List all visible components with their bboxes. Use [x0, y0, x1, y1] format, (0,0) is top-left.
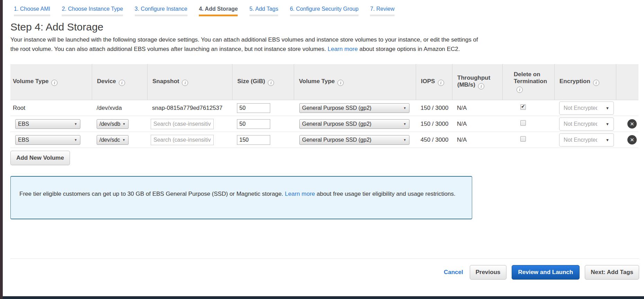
info-icon[interactable]: i [119, 80, 125, 86]
select-caret-icon: ▼ [74, 122, 77, 126]
tab-add-tags[interactable]: 5. Add Tags [246, 6, 282, 16]
intro-text-after: about storage options in Amazon EC2. [359, 46, 460, 52]
info-icon[interactable]: i [182, 80, 188, 86]
chevron-down-icon: ▼ [606, 122, 609, 126]
tab-configure-security-group[interactable]: 6. Configure Security Group [286, 6, 362, 16]
column-header-volume-type-2: Volume Typei [294, 64, 416, 100]
volume-type-select[interactable]: General Purpose SSD (gp2)▼ [299, 135, 409, 145]
throughput-cell: N/A [452, 137, 502, 143]
review-and-launch-button[interactable]: Review and Launch [512, 265, 580, 280]
tab-underline [370, 15, 394, 16]
select-caret-icon: ▼ [403, 106, 406, 110]
chevron-down-icon: ▼ [606, 106, 609, 110]
tab-underline [290, 15, 359, 16]
select-caret-icon: ▼ [403, 122, 406, 126]
volume-type-select[interactable]: EBS▼ [15, 119, 80, 129]
tab-choose-ami[interactable]: 1. Choose AMI [10, 6, 54, 16]
wizard-step-tabs: 1. Choose AMI 2. Choose Instance Type 3.… [10, 0, 639, 16]
encryption-select[interactable]: Not Encrypted▼ [559, 133, 614, 147]
info-icon[interactable]: i [337, 80, 344, 86]
iops-cell: 150 / 3000 [416, 105, 452, 112]
cancel-link[interactable]: Cancel [444, 269, 463, 276]
column-header-volume-type: Volume Typei [10, 64, 92, 100]
select-caret-icon: ▼ [403, 138, 406, 142]
page-title: Step 4: Add Storage [10, 21, 639, 33]
info-icon[interactable]: i [593, 80, 599, 86]
free-tier-notice: Free tier eligible customers can get up … [10, 176, 472, 219]
column-header-delete-on-termination: Delete on Termination i [502, 64, 554, 100]
column-header-device: Devicei [92, 64, 147, 100]
column-header-snapshot: Snapshoti [147, 64, 232, 100]
intro-text: Your instance will be launched with the … [10, 35, 478, 54]
delete-on-termination-checkbox[interactable] [520, 120, 526, 126]
encryption-select[interactable]: Not Encrypted▼ [559, 102, 614, 115]
iops-cell: 150 / 3000 [416, 121, 452, 127]
column-header-iops: IOPSi [416, 64, 452, 100]
next-add-tags-button[interactable]: Next: Add Tags [585, 265, 639, 280]
volume-row-sdb: EBS▼ /dev/sdb▼ General Purpose SSD (gp2)… [10, 116, 638, 132]
tab-label: 2. Choose Instance Type [62, 6, 123, 15]
tab-choose-instance-type[interactable]: 2. Choose Instance Type [58, 6, 126, 16]
column-header-actions [616, 64, 638, 100]
info-icon[interactable]: i [438, 80, 444, 86]
ec2-launch-wizard-page: 1. Choose AMI 2. Choose Instance Type 3.… [0, 0, 644, 299]
volume-type-cell: Root [10, 105, 92, 112]
tab-label: 7. Review [370, 6, 394, 15]
size-input[interactable] [237, 119, 270, 129]
learn-more-storage-link[interactable]: Learn more [328, 46, 358, 52]
volume-type-select[interactable]: EBS▼ [15, 135, 80, 145]
volume-row-sdc: EBS▼ /dev/sdc▼ General Purpose SSD (gp2)… [10, 132, 638, 148]
tab-underline [135, 15, 187, 16]
volume-row-root: Root /dev/xvda snap-0815a779ed7612537 Ge… [10, 100, 638, 116]
size-input[interactable] [237, 103, 270, 113]
add-new-volume-button[interactable]: Add New Volume [10, 151, 70, 165]
tab-underline [249, 15, 278, 16]
select-caret-icon: ▼ [122, 122, 125, 126]
info-icon[interactable]: i [517, 87, 523, 93]
chevron-down-icon: ▼ [606, 138, 609, 142]
snapshot-cell: snap-0815a779ed7612537 [147, 105, 232, 112]
footer-actions: Cancel Previous Review and Launch Next: … [10, 265, 639, 280]
throughput-cell: N/A [452, 121, 502, 127]
column-header-encryption: Encryptioni [554, 64, 616, 100]
select-caret-icon: ▼ [74, 138, 77, 142]
left-edge-stripe [0, 0, 3, 299]
info-icon[interactable]: i [478, 83, 484, 89]
learn-more-free-tier-link[interactable]: Learn more [285, 191, 315, 197]
info-icon[interactable]: i [51, 80, 58, 86]
column-header-throughput: Throughput (MB/s)i [452, 64, 502, 100]
tab-underline [62, 15, 123, 16]
delete-on-termination-checkbox[interactable] [520, 104, 526, 110]
tab-configure-instance[interactable]: 3. Configure Instance [131, 6, 191, 16]
encryption-select[interactable]: Not Encrypted▼ [559, 117, 614, 131]
size-input[interactable] [237, 135, 270, 145]
tab-label: 4. Add Storage [199, 6, 238, 15]
free-tier-notice-text-after: about free usage tier eligibility and us… [317, 191, 456, 197]
column-header-size: Size (GiB)i [232, 64, 294, 100]
footer-divider [10, 258, 639, 259]
tab-add-storage[interactable]: 4. Add Storage [195, 6, 241, 16]
volume-type-select[interactable]: General Purpose SSD (gp2)▼ [299, 119, 409, 129]
previous-button[interactable]: Previous [470, 265, 506, 280]
throughput-cell: N/A [452, 105, 502, 112]
tab-review[interactable]: 7. Review [367, 6, 398, 16]
volume-type-select[interactable]: General Purpose SSD (gp2)▼ [299, 103, 409, 113]
device-select[interactable]: /dev/sdb▼ [97, 119, 129, 129]
device-select[interactable]: /dev/sdc▼ [97, 135, 129, 145]
delete-on-termination-checkbox[interactable] [520, 136, 526, 142]
remove-volume-button[interactable]: ✕ [627, 119, 637, 129]
tab-label: 1. Choose AMI [14, 6, 50, 15]
device-cell: /dev/xvda [92, 105, 147, 112]
info-icon[interactable]: i [268, 80, 274, 86]
free-tier-notice-text: Free tier eligible customers can get up … [19, 191, 283, 197]
storage-volumes-table: Volume Typei Devicei Snapshoti Size (GiB… [10, 64, 638, 148]
snapshot-search-input[interactable] [151, 135, 214, 145]
remove-volume-button[interactable]: ✕ [627, 135, 637, 144]
tab-label: 3. Configure Instance [135, 6, 187, 15]
footer-bar [3, 296, 644, 299]
iops-cell: 450 / 3000 [416, 137, 452, 143]
tab-underline [199, 15, 238, 16]
select-caret-icon: ▼ [122, 138, 125, 142]
tab-label: 5. Add Tags [249, 6, 278, 15]
snapshot-search-input[interactable] [151, 119, 214, 129]
